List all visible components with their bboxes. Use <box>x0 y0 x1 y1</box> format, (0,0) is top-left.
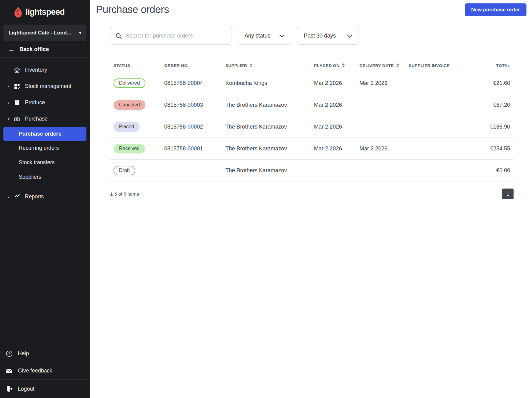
sidebar-item-label: Stock transfers <box>19 159 55 166</box>
column-header-order-no: ORDER NO. <box>164 63 225 68</box>
sidebar-item-label: Suppliers <box>19 174 41 180</box>
logo-text: lightspeed <box>26 7 65 17</box>
cell-order-no: 0815758-00001 <box>164 145 225 152</box>
cell-status: Canceled <box>113 100 164 110</box>
home-icon <box>14 67 20 73</box>
column-header-status: STATUS <box>113 63 164 68</box>
sidebar: lightspeed Lightspeed Café - Lond... ▾ ←… <box>0 0 90 398</box>
chevron-collapsed-icon[interactable]: ▸ <box>8 195 11 199</box>
sidebar-item-label: Recurring orders <box>19 145 59 151</box>
toolbar: Any status Past 30 days <box>110 27 514 45</box>
content: Any status Past 30 days STATUSORDER NO.S… <box>90 19 532 199</box>
cell-status: Received <box>113 144 164 153</box>
location-selector-label: Lightspeed Café - Lond... <box>9 30 71 36</box>
table-row[interactable]: DraftThe Brothers Karamazov€0.00 <box>110 160 514 181</box>
cell-supplier: Kombucha Kings <box>225 80 314 86</box>
column-header-supplier-invoice: SUPPLIER INVOICE <box>409 63 467 68</box>
sidebar-item-purchase[interactable]: ▾Purchase <box>0 111 90 127</box>
sort-icon[interactable] <box>396 63 399 68</box>
cell-status: Delivered <box>113 78 164 88</box>
sort-icon[interactable] <box>342 63 345 68</box>
main-area: Purchase orders New purchase order Any s… <box>90 0 532 398</box>
sidebar-item-suppliers[interactable]: Suppliers <box>0 170 90 184</box>
cell-total: €67.20 <box>467 102 510 108</box>
sidebar-item-inventory[interactable]: Inventory <box>0 62 90 78</box>
svg-text:?: ? <box>8 351 10 356</box>
table-footer: 1-5 of 5 items 1 <box>110 189 514 199</box>
chevron-collapsed-icon[interactable]: ▸ <box>8 101 11 105</box>
table-row[interactable]: Canceled0815758-00003The Brothers Karama… <box>110 94 514 116</box>
sort-icon[interactable] <box>249 63 253 68</box>
sidebar-footer-label: Give feedback <box>18 368 52 374</box>
sidebar-footer-give-feedback[interactable]: Give feedback <box>0 362 90 379</box>
column-header-supplier[interactable]: SUPPLIER <box>225 63 314 68</box>
chevron-expanded-icon[interactable]: ▾ <box>8 117 11 121</box>
column-header-placed-on[interactable]: PLACED ON <box>314 63 359 68</box>
reports-icon <box>14 193 20 200</box>
sidebar-item-label: Purchase <box>25 116 48 122</box>
cell-placed-on: Mar 2 2026 <box>314 102 359 108</box>
lightspeed-logo: lightspeed <box>0 0 90 20</box>
sidebar-footer-label: Help <box>18 350 29 357</box>
cell-order-no: 0815758-00004 <box>164 80 225 86</box>
table-row[interactable]: Delivered0815758-00004Kombucha KingsMar … <box>110 72 514 94</box>
cash-icon <box>14 116 20 122</box>
cell-supplier: The Brothers Karamazov <box>225 102 314 108</box>
table-row[interactable]: Received0815758-00001The Brothers Karama… <box>110 138 514 160</box>
cell-placed-on: Mar 2 2026 <box>314 145 359 152</box>
column-header-label: ORDER NO. <box>164 63 189 68</box>
lightspeed-flame-icon <box>14 7 22 18</box>
chevron-down-icon: ▾ <box>79 30 81 35</box>
cell-status: Placed <box>113 122 164 132</box>
chevron-down-icon <box>279 34 285 38</box>
sidebar-item-produce[interactable]: ▸Produce <box>0 94 90 111</box>
cell-delivery-date: Mar 2 2026 <box>359 145 409 152</box>
sidebar-item-purchase-orders[interactable]: Purchase orders <box>3 127 86 141</box>
search-icon <box>115 33 122 39</box>
column-header-label: DELIVERY DATE <box>359 63 394 68</box>
nav-gap <box>0 184 90 189</box>
column-header-label: STATUS <box>113 63 130 68</box>
pagination-page-1-button[interactable]: 1 <box>502 189 514 199</box>
items-count-label: 1-5 of 5 items <box>110 191 139 197</box>
sidebar-item-reports[interactable]: ▸Reports <box>0 189 90 205</box>
app-root: lightspeed Lightspeed Café - Lond... ▾ ←… <box>0 0 532 398</box>
cell-placed-on: Mar 2 2026 <box>314 80 359 86</box>
logout-icon <box>6 385 13 392</box>
cell-delivery-date: Mar 2 2026 <box>359 80 409 86</box>
sidebar-footer-label: Logout <box>18 386 34 392</box>
new-purchase-order-button[interactable]: New purchase order <box>465 3 526 16</box>
status-filter-dropdown[interactable]: Any status <box>238 27 291 45</box>
cell-placed-on: Mar 2 2026 <box>314 124 359 130</box>
sidebar-item-stock-management[interactable]: ▸Stock management <box>0 78 90 94</box>
cell-total: €0.00 <box>467 167 510 174</box>
column-header-delivery-date[interactable]: DELIVERY DATE <box>359 63 409 68</box>
status-badge: Placed <box>113 122 140 132</box>
date-filter-dropdown[interactable]: Past 30 days <box>297 27 359 45</box>
cell-total: €186.90 <box>467 124 510 130</box>
cell-status: Draft <box>113 166 164 175</box>
sidebar-footer-help[interactable]: ?Help <box>0 345 90 362</box>
date-filter-value: Past 30 days <box>304 33 336 39</box>
search-input[interactable] <box>126 33 227 39</box>
column-header-label: TOTAL <box>496 63 510 68</box>
sidebar-item-label: Stock management <box>25 83 71 90</box>
sidebar-item-recurring-orders[interactable]: Recurring orders <box>0 141 90 155</box>
column-header-label: SUPPLIER INVOICE <box>409 63 450 68</box>
cell-total: €21.60 <box>467 80 510 86</box>
cell-order-no: 0815758-00003 <box>164 102 225 108</box>
chevron-collapsed-icon[interactable]: ▸ <box>8 84 11 89</box>
sidebar-nav: Inventory▸Stock management▸Produce▾Purch… <box>0 58 90 205</box>
purchase-orders-table: STATUSORDER NO.SUPPLIERPLACED ONDELIVERY… <box>110 59 514 199</box>
column-header-label: SUPPLIER <box>225 63 247 68</box>
table-row[interactable]: Placed0815758-00002The Brothers Karamazo… <box>110 116 514 138</box>
table-header-row: STATUSORDER NO.SUPPLIERPLACED ONDELIVERY… <box>110 59 514 72</box>
location-selector[interactable]: Lightspeed Café - Lond... ▾ <box>3 25 86 41</box>
back-office-link[interactable]: ← Back office <box>0 41 90 57</box>
table-body: Delivered0815758-00004Kombucha KingsMar … <box>110 72 514 181</box>
status-filter-value: Any status <box>244 33 270 39</box>
sidebar-footer-logout[interactable]: Logout <box>0 379 90 398</box>
cell-supplier: The Brothers Karamazov <box>225 145 314 152</box>
cell-supplier: The Brothers Karamazov <box>225 167 314 174</box>
sidebar-item-stock-transfers[interactable]: Stock transfers <box>0 155 90 170</box>
